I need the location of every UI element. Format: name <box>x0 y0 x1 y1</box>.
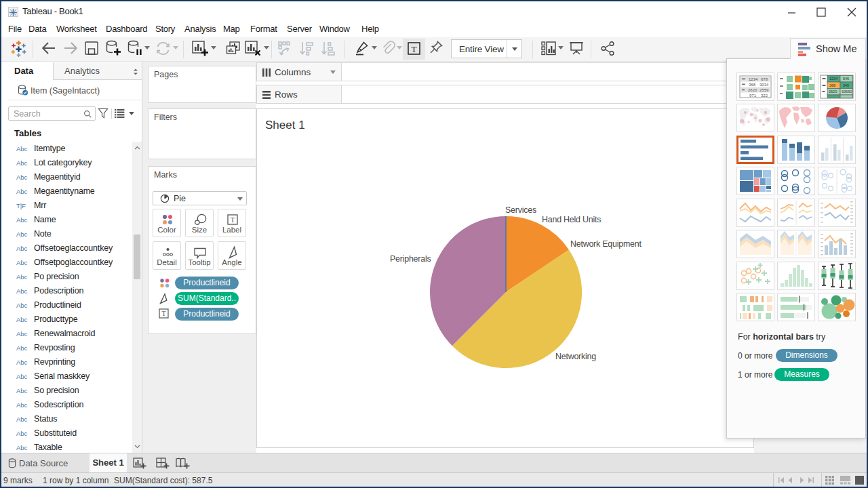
svg-text:1234: 1234 <box>749 77 758 81</box>
svg-text:322: 322 <box>761 94 768 98</box>
svg-text:678: 678 <box>761 77 768 81</box>
svg-text:2559: 2559 <box>760 88 769 92</box>
svg-text:T: T <box>231 216 235 224</box>
svg-text:63660: 63660 <box>842 89 852 94</box>
svg-text:2620: 2620 <box>748 88 757 92</box>
svg-text:T: T <box>161 310 165 317</box>
svg-text:1234: 1234 <box>829 77 837 81</box>
svg-text:368: 368 <box>829 83 835 87</box>
svg-text:T: T <box>412 44 417 54</box>
svg-text:971: 971 <box>749 94 757 98</box>
svg-text:546: 546 <box>843 77 849 81</box>
svg-text:2620: 2620 <box>829 89 837 94</box>
svg-text:368: 368 <box>749 83 756 87</box>
svg-text:3034: 3034 <box>760 83 769 87</box>
svg-text:340: 340 <box>843 83 849 87</box>
